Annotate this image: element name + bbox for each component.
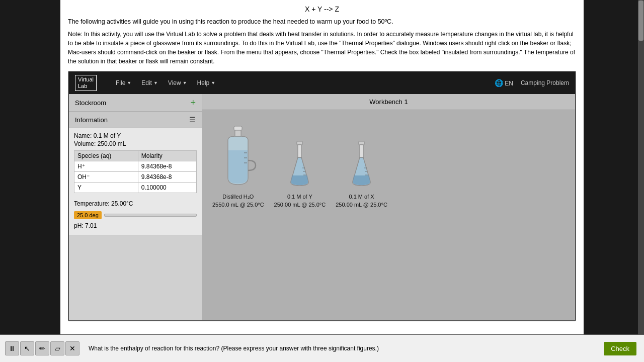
- temperature-row: Temperature: 25.00°C: [74, 197, 197, 209]
- species-y: Y: [74, 183, 138, 193]
- svg-rect-10: [359, 141, 364, 145]
- temp-slider[interactable]: [104, 214, 197, 217]
- info-name: Name: 0.1 M of Y: [74, 132, 197, 139]
- species-table: Species (aq) Molarity H⁺ 9.84368e-8 OH⁻: [74, 150, 197, 193]
- close-button[interactable]: ✕: [65, 341, 79, 355]
- globe-icon: 🌐: [495, 79, 503, 87]
- table-row: OH⁻ 9.84368e-8: [74, 172, 197, 183]
- pencil-icon: ✏: [39, 344, 45, 352]
- species-oh: OH⁻: [74, 172, 138, 183]
- carboy-svg: [218, 125, 258, 191]
- note-text: Note: In this activity, you will use the…: [68, 30, 576, 66]
- description-text: The following activities will guide you …: [68, 17, 576, 27]
- hamburger-icon[interactable]: ☰: [189, 116, 196, 124]
- species-h: H⁺: [74, 161, 138, 172]
- vessel-distilled-water[interactable]: Distilled H₂O 2550.0 mL @ 25.0°C: [212, 125, 264, 209]
- table-row: Y 0.100000: [74, 183, 197, 193]
- vessel-label-water: Distilled H₂O 2550.0 mL @ 25.0°C: [212, 193, 264, 209]
- col-species: Species (aq): [74, 151, 138, 161]
- logo-line2: Lab: [78, 83, 94, 89]
- left-panel: Stockroom + Information ☰ Name: 0.1 M of…: [69, 94, 202, 320]
- svg-rect-1: [235, 130, 241, 136]
- molarity-h: 9.84368e-8: [138, 161, 196, 172]
- nav-help[interactable]: Help ▼: [193, 78, 220, 88]
- vessel-x[interactable]: 0.1 M of X 250.00 mL @ 25.0°C: [336, 140, 387, 209]
- nav-edit[interactable]: Edit ▼: [137, 78, 162, 88]
- play-icon: ⏸: [9, 344, 16, 352]
- molarity-y: 0.100000: [138, 183, 196, 193]
- question-text: What is the enthalpy of reaction for thi…: [84, 345, 604, 352]
- page-title: X + Y --> Z: [68, 5, 576, 13]
- nav-menu: File ▼ Edit ▼ View ▼ Help ▼: [112, 78, 219, 88]
- virtual-lab-container: Virtual Lab File ▼ Edit ▼ View ▼ Help: [68, 71, 576, 321]
- info-volume: Volume: 250.00 mL: [74, 140, 197, 147]
- erlenmeyer-x-svg: [348, 140, 375, 191]
- bench-items: Distilled H₂O 2550.0 mL @ 25.0°C: [207, 115, 570, 219]
- molarity-oh: 9.84368e-8: [138, 172, 196, 183]
- pencil-button[interactable]: ✏: [35, 341, 49, 355]
- temp-indicator: 25.0 deg: [74, 211, 102, 219]
- stockroom-header: Stockroom +: [69, 94, 202, 112]
- pointer-button[interactable]: ↖: [20, 341, 34, 355]
- eraser-button[interactable]: ▱: [50, 341, 64, 355]
- logo-line1: Virtual: [78, 76, 94, 83]
- vlab-body: Stockroom + Information ☰ Name: 0.1 M of…: [69, 94, 575, 320]
- svg-rect-6: [298, 145, 301, 157]
- language-selector[interactable]: 🌐 EN: [495, 79, 513, 87]
- vessel-label-y: 0.1 M of Y 250.00 mL @ 25.0°C: [274, 193, 326, 209]
- stockroom-add-button[interactable]: +: [190, 98, 196, 107]
- nav-right: 🌐 EN Camping Problem: [495, 79, 569, 87]
- vessel-label-x: 0.1 M of X 250.00 mL @ 25.0°C: [336, 193, 387, 209]
- ph-row: pH: 7.01: [74, 219, 197, 231]
- eraser-icon: ▱: [55, 344, 60, 352]
- pointer-icon: ↖: [24, 344, 30, 352]
- vlab-navbar: Virtual Lab File ▼ Edit ▼ View ▼ Help: [69, 72, 575, 94]
- problem-name: Camping Problem: [521, 79, 569, 86]
- svg-rect-5: [297, 141, 302, 145]
- bottom-bar: ⏸ ↖ ✏ ▱ ✕ What is the enthalpy of reacti…: [0, 334, 644, 362]
- vessel-y[interactable]: 0.1 M of Y 250.00 mL @ 25.0°C: [274, 140, 326, 209]
- workbench-header: Workbench 1: [202, 94, 575, 110]
- right-panel: Workbench 1: [202, 94, 575, 320]
- vlab-logo: Virtual Lab: [75, 75, 97, 91]
- information-header: Information ☰: [69, 112, 202, 128]
- col-molarity: Molarity: [138, 151, 196, 161]
- svg-rect-0: [234, 126, 242, 130]
- scrollbar[interactable]: [638, 0, 644, 334]
- check-button[interactable]: Check: [604, 342, 636, 355]
- information-label: Information: [75, 116, 108, 124]
- temp-slider-container: 25.0 deg: [74, 211, 197, 219]
- language-label: EN: [505, 80, 513, 87]
- nav-file[interactable]: File ▼: [112, 78, 135, 88]
- close-icon: ✕: [69, 344, 75, 352]
- information-content: Name: 0.1 M of Y Volume: 250.00 mL Speci…: [69, 128, 202, 236]
- erlenmeyer-y-svg: [286, 140, 313, 191]
- stockroom-label: Stockroom: [75, 99, 106, 107]
- play-button[interactable]: ⏸: [5, 341, 19, 355]
- nav-view[interactable]: View ▼: [164, 78, 191, 88]
- scrollbar-thumb: [638, 1, 643, 41]
- table-row: H⁺ 9.84368e-8: [74, 161, 197, 172]
- svg-rect-11: [360, 145, 363, 157]
